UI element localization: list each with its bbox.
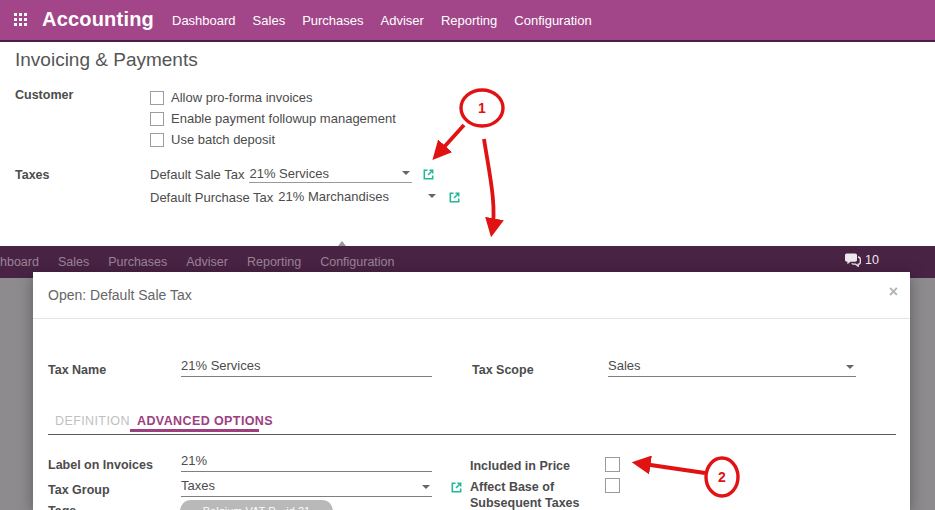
followup-checkbox[interactable]	[150, 112, 164, 126]
dimmed-background-right	[910, 278, 935, 510]
tax-group-label: Tax Group	[48, 482, 110, 498]
dimmed-background-left: rface - nnecto if files .ofx fo A paym c…	[0, 278, 33, 510]
tabs-divider	[48, 434, 896, 435]
taxes-section-label: Taxes	[15, 168, 50, 182]
tab-advanced-options[interactable]: ADVANCED OPTIONS	[137, 414, 273, 428]
label-on-invoices-input[interactable]: 21%	[181, 453, 432, 472]
customer-options: Allow pro-forma invoices Enable payment …	[150, 87, 396, 150]
included-in-price-label: Included in Price	[470, 458, 595, 474]
chevron-down-icon[interactable]	[846, 365, 854, 373]
tax-group-select[interactable]: Taxes	[181, 478, 432, 497]
default-sale-tax-select[interactable]: 21% Services	[249, 166, 412, 183]
label-on-invoices-value: 21%	[181, 453, 207, 468]
annotation-arrow-to-external-link	[436, 125, 464, 156]
annotation-circle-1	[461, 90, 503, 126]
default-sale-tax-value: 21% Services	[249, 166, 328, 181]
tax-name-input[interactable]: 21% Services	[181, 358, 432, 377]
tax-group-value: Taxes	[181, 478, 215, 493]
bg-menu-purchases[interactable]: Purchases	[108, 255, 167, 269]
batch-deposit-checkbox[interactable]	[150, 133, 164, 147]
tab-definition[interactable]: DEFINITION	[55, 414, 130, 428]
default-purchase-tax-label: Default Purchase Tax	[150, 190, 273, 205]
close-icon[interactable]: ×	[889, 284, 898, 300]
apps-grid-icon[interactable]	[14, 13, 29, 28]
followup-label: Enable payment followup management	[171, 111, 396, 126]
screenshot-root: Accounting Dashboard Sales Purchases Adv…	[0, 0, 935, 510]
chevron-down-icon[interactable]	[402, 171, 410, 179]
open-tax-group-external-link-icon[interactable]	[450, 481, 463, 494]
default-purchase-tax-value: 21% Marchandises	[278, 189, 389, 204]
menu-reporting[interactable]: Reporting	[441, 13, 497, 28]
tags-label: Tags	[48, 503, 76, 510]
main-navbar: Accounting Dashboard Sales Purchases Adv…	[0, 0, 935, 42]
affect-base-label: Affect Base of Subsequent Taxes	[470, 479, 585, 510]
chevron-down-icon[interactable]	[428, 194, 436, 202]
customer-section-label: Customer	[15, 88, 73, 102]
chevron-down-icon[interactable]	[422, 485, 430, 493]
affect-base-checkbox[interactable]	[605, 478, 620, 493]
menu-dashboard[interactable]: Dashboard	[172, 13, 236, 28]
dialog-header-divider	[33, 318, 910, 319]
proforma-checkbox[interactable]	[150, 91, 164, 105]
messages-count: 10	[865, 253, 879, 267]
tax-scope-select[interactable]: Sales	[608, 358, 856, 377]
menu-configuration[interactable]: Configuration	[514, 13, 591, 28]
messages-indicator[interactable]: 10	[844, 253, 879, 267]
open-purchase-tax-external-link-icon[interactable]	[448, 191, 461, 204]
default-sale-tax-row: Default Sale Tax 21% Services	[150, 166, 435, 183]
included-in-price-checkbox[interactable]	[605, 457, 620, 472]
menu-adviser[interactable]: Adviser	[381, 13, 424, 28]
default-purchase-tax-select[interactable]: 21% Marchandises	[278, 189, 438, 205]
main-menu: Dashboard Sales Purchases Adviser Report…	[172, 0, 592, 40]
open-default-sale-tax-dialog: Open: Default Sale Tax × Tax Name 21% Se…	[33, 272, 910, 510]
bg-menu-configuration[interactable]: Configuration	[320, 255, 394, 269]
bg-menu-adviser[interactable]: Adviser	[186, 255, 228, 269]
app-title[interactable]: Accounting	[42, 8, 154, 31]
open-sale-tax-external-link-icon[interactable]	[422, 168, 435, 181]
bg-menu-reporting[interactable]: Reporting	[247, 255, 301, 269]
bg-menu-sales[interactable]: Sales	[58, 255, 89, 269]
menu-purchases[interactable]: Purchases	[302, 13, 363, 28]
tax-tag-pill[interactable]: Belgium VAT P... id 21	[180, 500, 333, 510]
tax-scope-label: Tax Scope	[472, 362, 534, 378]
option-proforma: Allow pro-forma invoices	[150, 87, 396, 108]
default-sale-tax-label: Default Sale Tax	[150, 167, 244, 182]
bg-menu-dashboard[interactable]: hboard	[0, 255, 39, 269]
annotation-step-1: 1	[478, 100, 486, 116]
tax-scope-value: Sales	[608, 358, 641, 373]
active-tab-underline	[130, 429, 259, 432]
default-purchase-tax-row: Default Purchase Tax 21% Marchandises	[150, 189, 461, 205]
annotation-arrow-to-dialog	[484, 139, 494, 232]
dialog-title: Open: Default Sale Tax	[48, 287, 192, 303]
page-title: Invoicing & Payments	[15, 49, 198, 71]
batch-deposit-label: Use batch deposit	[171, 132, 275, 147]
option-batch-deposit: Use batch deposit	[150, 129, 396, 150]
proforma-label: Allow pro-forma invoices	[171, 90, 313, 105]
chat-bubbles-icon	[844, 253, 861, 267]
menu-sales[interactable]: Sales	[253, 13, 286, 28]
tooltip-caret-icon	[338, 237, 346, 246]
tax-name-label: Tax Name	[48, 362, 106, 378]
label-on-invoices-label: Label on Invoices	[48, 457, 153, 473]
option-followup: Enable payment followup management	[150, 108, 396, 129]
tax-name-value: 21% Services	[181, 358, 260, 373]
